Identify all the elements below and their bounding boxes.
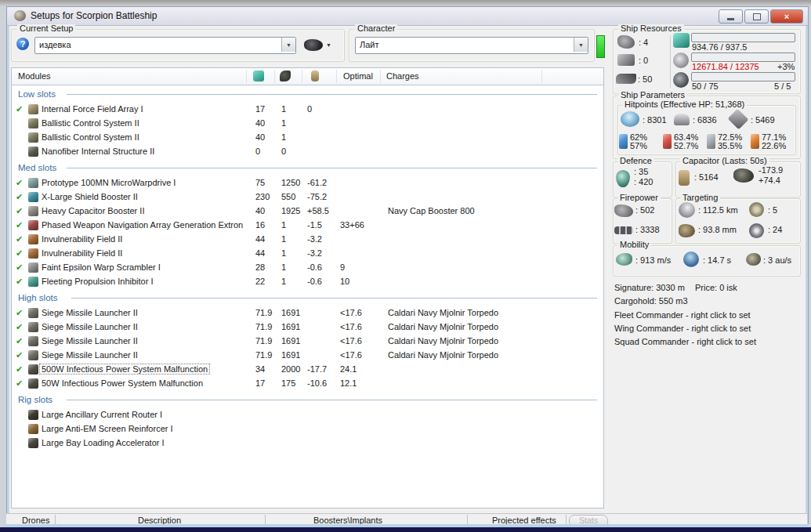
module-cpu: 0 [255, 147, 260, 156]
module-row[interactable]: ✔Invulnerability Field II441-3.2 [12, 247, 603, 261]
module-row[interactable]: Ballistic Control System II401 [12, 117, 603, 131]
module-icon-ballistic-control-system [28, 118, 38, 128]
module-row[interactable]: ✔Faint Epsilon Warp Scrambler I281-0.69 [12, 261, 603, 275]
module-name: 50W Infectious Power System Malfunction [42, 378, 203, 388]
close-button[interactable]: × [770, 9, 803, 24]
targeting-range-icon [679, 202, 695, 218]
max-targets-icon [749, 202, 764, 217]
resist-cell: 62%57% [619, 133, 663, 150]
calibration-value: : 50 [638, 74, 652, 84]
module-icon-warp-scrambler [28, 262, 38, 273]
module-row[interactable]: ✔Siege Missile Launcher II71.91691<17.6C… [12, 349, 603, 363]
character-skills-status-bar [596, 35, 605, 58]
module-cpu: 17 [255, 104, 265, 114]
module-row[interactable]: ✔Phased Weapon Navigation Array Generati… [12, 219, 603, 233]
warp-speed-icon [746, 253, 761, 266]
turret-hardpoints-value: : 4 [639, 38, 648, 47]
module-powergrid: 1 [281, 248, 286, 258]
help-icon[interactable]: ? [16, 38, 29, 50]
module-powergrid: 1 [281, 262, 286, 272]
module-cpu: 71.9 [255, 336, 272, 346]
module-row[interactable]: Large Anti-EM Screen Reinforcer I [12, 422, 603, 436]
character-select[interactable]: Лайт ▼ [355, 37, 588, 54]
fleet-commander-setter[interactable]: Fleet Commander - right click to set [614, 310, 751, 320]
volley-value: : 3338 [635, 225, 660, 234]
module-icon-nanofiber-internal-structure [28, 147, 38, 157]
section-header-low-slots: Low slots [12, 85, 603, 103]
cpu-usage-value: 934.76 / 937.5 [692, 42, 747, 52]
calibration-usage-value: 50 / 75 [692, 81, 719, 91]
module-powergrid: 550 [281, 192, 295, 201]
module-name: Large Ancillary Current Router I [42, 410, 162, 419]
module-name: Siege Missile Launcher II [42, 308, 138, 317]
module-powergrid: 1925 [281, 206, 300, 215]
cpu-icon [673, 33, 690, 48]
module-row[interactable]: ✔Heavy Capacitor Booster II401925+58.5Na… [12, 204, 603, 219]
modules-table-body: Low slots✔Internal Force Field Array I17… [12, 85, 603, 451]
module-icon-siege-missile-launcher [28, 322, 38, 332]
max-velocity-icon [616, 253, 632, 266]
module-powergrid: 175 [281, 378, 295, 388]
modules-table-header: Modules Optimal Charges [12, 68, 603, 85]
squad-commander-setter[interactable]: Squad Commander - right click to set [614, 337, 756, 346]
module-cap-use: -75.2 [307, 192, 327, 201]
export-chevron-down-icon[interactable]: ▼ [326, 42, 331, 48]
background-window-edge [0, 0, 811, 6]
module-cpu: 44 [255, 248, 265, 258]
armor-hp-value: : 6836 [693, 115, 717, 125]
module-row[interactable]: ✔Siege Missile Launcher II71.91691<17.6C… [12, 306, 603, 320]
module-optimal: <17.6 [340, 322, 362, 331]
calibration-icon [616, 74, 636, 84]
module-cap-use: -17.7 [307, 364, 327, 374]
module-icon-energy-neutralizer [28, 364, 38, 375]
modules-column-header: Modules [18, 71, 51, 81]
minimize-button[interactable] [719, 9, 743, 24]
module-name: Siege Missile Launcher II [42, 336, 138, 346]
chevron-down-icon[interactable]: ▼ [574, 38, 588, 52]
ship-parameters-title: Ship Parameters [618, 91, 687, 100]
current-setup-value: издевка [39, 40, 71, 49]
module-name: Faint Epsilon Warp Scrambler I [42, 262, 161, 272]
module-row[interactable]: ✔X-Large Shield Booster II230550-75.2 [12, 190, 603, 204]
module-powergrid: 1691 [281, 336, 300, 346]
module-row[interactable]: Nanofiber Internal Structure II00 [12, 145, 603, 159]
module-cpu: 40 [255, 132, 265, 142]
maximize-button[interactable] [744, 9, 769, 24]
cargohold-value: Cargohold: 550 m3 [614, 296, 688, 306]
module-name: Prototype 100MN MicroWarpdrive I [42, 178, 176, 187]
module-row[interactable]: ✔Internal Force Field Array I1710 [12, 103, 603, 117]
chevron-down-icon[interactable]: ▼ [281, 38, 295, 52]
window-titlebar[interactable]: Setups for Scorpion Battleship × [7, 7, 808, 26]
wing-commander-setter[interactable]: Wing Commander - right click to set [614, 324, 751, 333]
thermal-resist-icon [663, 134, 672, 149]
module-name: Large Bay Loading Accelerator I [42, 438, 165, 447]
drone-slots-value: 5 / 5 [774, 81, 791, 91]
export-ship-icon[interactable] [304, 39, 323, 51]
current-setup-select[interactable]: издевка ▼ [34, 37, 296, 54]
section-divider-line [67, 168, 597, 168]
powergrid-over-percent: +3% [777, 62, 795, 71]
module-row[interactable]: Large Ancillary Current Router I [12, 408, 603, 422]
module-row[interactable]: ✔500W Infectious Power System Malfunctio… [12, 363, 603, 377]
module-row[interactable]: ✔Invulnerability Field II441-3.2 [12, 233, 603, 247]
resist-bottom-value: 57% [630, 142, 647, 150]
module-row[interactable]: ✔Fleeting Propulsion Inhibitor I221-0.61… [12, 275, 603, 289]
module-row[interactable]: Large Bay Loading Accelerator I [12, 436, 603, 451]
close-icon: × [784, 12, 789, 21]
module-row[interactable]: ✔Prototype 100MN MicroWarpdrive I751250-… [12, 176, 603, 190]
module-name: 500W Infectious Power System Malfunction [40, 364, 209, 374]
capacitor-column-icon [311, 71, 319, 81]
module-row[interactable]: ✔Siege Missile Launcher II71.91691<17.6C… [12, 335, 603, 349]
defence-title: Defence [617, 157, 654, 165]
resist-cell: 63.4%52.7% [663, 133, 707, 150]
module-row[interactable]: ✔Siege Missile Launcher II71.91691<17.6C… [12, 320, 603, 335]
module-cap-use: 0 [307, 104, 312, 114]
module-row[interactable]: Ballistic Control System II401 [12, 131, 603, 145]
fitted-check-icon: ✔ [16, 262, 23, 273]
shield-hp-value: : 8301 [643, 115, 667, 125]
module-icon-target-painter [28, 220, 38, 230]
module-name: Phased Weapon Navigation Array Generatio… [42, 220, 243, 230]
module-name: Siege Missile Launcher II [42, 350, 138, 360]
fitted-check-icon: ✔ [16, 178, 23, 188]
module-row[interactable]: ✔50W Infectious Power System Malfunction… [12, 377, 603, 391]
